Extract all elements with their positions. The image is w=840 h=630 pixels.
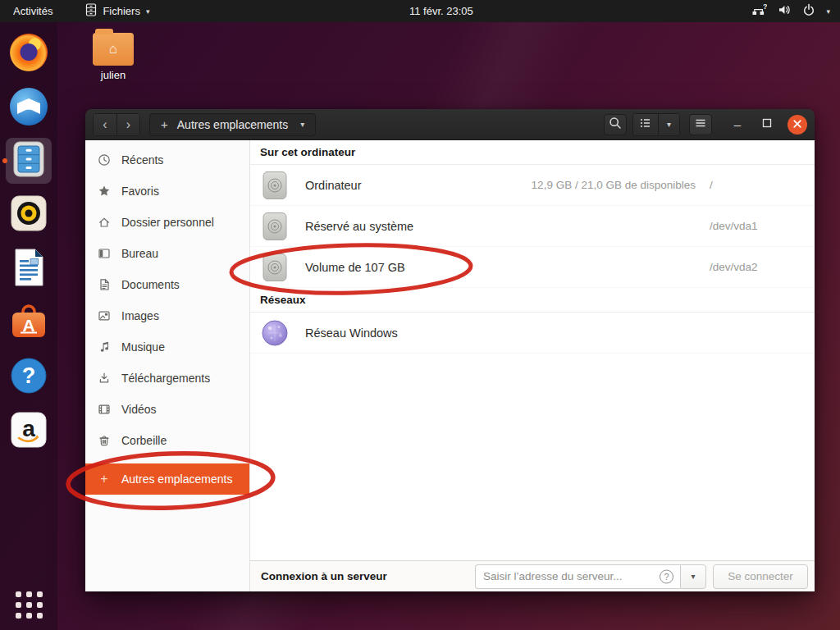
server-help-icon[interactable]: ? [660,569,673,583]
libreoffice-writer-icon [11,249,47,290]
network-globe-icon [262,320,288,346]
music-note-icon [98,340,111,354]
app-menu[interactable]: Fichiers ▾ [85,3,149,19]
dock-item-help[interactable]: ? [6,354,52,400]
home-icon [98,216,111,229]
hard-drive-icon [262,171,288,200]
clock-icon [98,153,111,167]
location-row-reseau-windows[interactable]: Réseau Windows [250,313,815,354]
star-icon [98,185,111,198]
sidebar-item-label: Musique [121,340,165,354]
sidebar-item-documents[interactable]: Documents [85,269,249,300]
sidebar-item-label: Dossier personnel [121,216,214,229]
firefox-icon [10,34,48,71]
sidebar-item-label: Favoris [121,185,159,198]
free-space-text: 12,9 GB / 21,0 GB de disponibles [532,179,696,191]
server-address-input[interactable] [475,564,680,589]
trash-icon [98,434,111,447]
maximize-icon [761,117,773,132]
document-icon [98,278,111,291]
sidebar-item-telechargements[interactable]: Téléchargements [85,363,249,394]
location-row-volume-107-gb[interactable]: Volume de 107 GB /dev/vda2 [250,247,815,288]
location-name: Réseau Windows [305,326,398,340]
chevron-down-icon: ▾ [146,7,150,16]
device-path: /dev/vda1 [710,220,815,232]
chevron-down-icon: ▾ [826,7,830,16]
files-app-icon [85,3,97,19]
files-icon [10,140,48,181]
film-icon [98,403,111,416]
section-heading: Réseaux [250,288,815,313]
sidebar-item-autres-emplacements[interactable]: + Autres emplacements [85,463,249,495]
thunderbird-icon [10,88,48,126]
image-icon [98,309,111,322]
back-button[interactable]: ‹ [94,114,116,135]
search-button[interactable] [604,114,627,135]
ubuntu-software-icon: A [10,303,48,344]
forward-button[interactable]: › [116,114,139,135]
folder-icon: ⌂ [93,33,134,66]
svg-text:?: ? [22,363,36,388]
minimize-button[interactable]: – [728,117,746,131]
sidebar-item-recents[interactable]: Récents [85,144,249,176]
location-path-button[interactable]: + Autres emplacements ▾ [149,113,316,136]
desktop-folder-julien[interactable]: ⌂ julien [89,33,138,81]
maximize-button[interactable] [758,117,776,132]
recent-servers-dropdown[interactable]: ▾ [680,564,706,589]
help-icon: ? [10,357,48,398]
app-menu-label: Fichiers [103,5,140,17]
sidebar-item-videos[interactable]: Vidéos [85,394,249,425]
hard-drive-icon [262,212,288,241]
location-row-ordinateur[interactable]: Ordinateur 12,9 GB / 21,0 GB de disponib… [250,165,815,206]
sidebar-item-musique[interactable]: Musique [85,331,249,363]
menu-button[interactable] [689,114,712,135]
plus-icon: + [98,472,111,486]
sidebar-item-favoris[interactable]: Favoris [85,176,249,207]
system-status-area[interactable]: ? ▾ [751,0,840,22]
sidebar-item-images[interactable]: Images [85,300,249,331]
location-name: Ordinateur [305,179,362,192]
list-view-button[interactable] [633,114,658,135]
sidebar-item-label: Bureau [121,247,158,260]
connect-button[interactable]: Se connecter [713,564,808,589]
sidebar-item-label: Autres emplacements [121,472,232,486]
other-locations-list: Sur cet ordinateur Ordinateur 12,9 GB / … [250,140,815,560]
sidebar-item-corbeille[interactable]: Corbeille [85,425,249,456]
location-row-reserve-systeme[interactable]: Réservé au système /dev/vda1 [250,206,815,247]
rhythmbox-icon [10,194,48,235]
places-sidebar: Récents Favoris Dossier personnel Bureau… [85,140,250,591]
dock-item-firefox[interactable] [6,30,52,75]
location-name: Réservé au système [305,220,413,233]
home-glyph: ⌂ [109,41,117,57]
close-icon [792,117,802,132]
window-titlebar[interactable]: ‹ › + Autres emplacements ▾ ▾ [85,109,815,140]
view-options-button[interactable]: ▾ [658,114,679,135]
sidebar-item-bureau[interactable]: Bureau [85,238,249,269]
close-button[interactable] [788,115,807,135]
plus-icon: + [161,117,168,131]
show-applications-button[interactable] [16,591,43,619]
activities-button[interactable]: Activités [0,0,66,22]
dock-item-ubuntu-software[interactable]: A [6,300,52,346]
connect-to-server-bar: Connexion à un serveur ? ▾ Se connecter [250,560,815,591]
dock-item-libreoffice-writer[interactable] [6,246,52,292]
power-icon [802,3,815,19]
amazon-icon: a [10,411,48,452]
clock[interactable]: 11 févr. 23:05 [409,0,473,22]
dock-item-rhythmbox[interactable] [6,192,52,238]
svg-text:?: ? [763,3,767,11]
volume-icon [778,3,792,19]
svg-text:a: a [22,416,35,441]
sidebar-item-label: Images [121,309,159,322]
chevron-down-icon: ▾ [300,120,304,129]
hamburger-icon [694,116,707,133]
dock-item-files[interactable] [6,138,52,184]
sidebar-item-label: Corbeille [121,434,167,447]
dock-item-thunderbird[interactable] [6,84,52,130]
dock-item-amazon[interactable]: a [6,409,52,454]
view-switcher: ▾ [632,113,680,136]
mount-path: / [710,179,815,191]
sidebar-item-dossier-personnel[interactable]: Dossier personnel [85,207,249,238]
connect-to-server-label: Connexion à un serveur [261,570,387,582]
sidebar-item-label: Téléchargements [121,372,210,385]
